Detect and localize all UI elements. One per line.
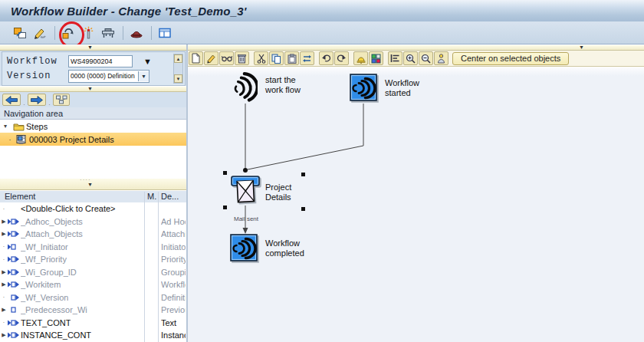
panel-divider[interactable] — [186, 44, 188, 342]
container-element-icon — [8, 243, 19, 251]
project-details-node[interactable] — [230, 174, 262, 206]
test-button[interactable] — [79, 24, 97, 42]
swap-button[interactable] — [300, 51, 314, 65]
element-row[interactable]: ▶_WorkitemWorkflo — [0, 278, 187, 291]
back-history-dropdown[interactable]: . — [21, 94, 27, 106]
zoom-in-button[interactable] — [403, 51, 418, 65]
splitter-handle-icon[interactable]: ▼ — [87, 44, 93, 51]
expand-arrow-icon[interactable]: ▶ — [0, 281, 8, 288]
expand-arrow-icon[interactable]: ▶ — [0, 332, 8, 338]
version-select[interactable]: 0000 (0000) Definition ▼ — [68, 70, 150, 83]
workbench-icon — [101, 26, 115, 40]
expand-arrow-icon[interactable]: ▶ — [0, 231, 8, 237]
expand-arrow-icon[interactable]: ▶ — [0, 219, 8, 225]
diagram-canvas[interactable]: start the work flow Workflow — [187, 67, 644, 342]
element-description: Initiato — [161, 242, 186, 252]
toolbar-separator — [123, 26, 123, 40]
element-description: Workflo — [161, 280, 186, 289]
find-person-button[interactable] — [434, 51, 449, 65]
collapse-icon[interactable]: ▾ — [0, 123, 11, 130]
legend-button[interactable] — [369, 51, 383, 65]
display-change-button[interactable] — [31, 24, 49, 42]
hat-icon — [130, 26, 143, 40]
column-header-m[interactable]: M. — [147, 191, 156, 202]
column-header-desc[interactable]: De... — [161, 191, 179, 202]
display-button[interactable] — [219, 51, 234, 65]
element-row[interactable]: ·TEXT_CONTText — [0, 317, 187, 330]
element-row[interactable]: ▶_Adhoc_ObjectsAd Hoc — [0, 215, 187, 229]
element-row[interactable]: ·<Double-Click to Create> — [0, 202, 187, 215]
workflow-builder-window: Workflow Builder - Change 'Test_Demo_3' — [0, 0, 644, 342]
element-name: _Wf_Version — [21, 293, 68, 302]
layout-button[interactable] — [156, 24, 174, 42]
workflow-completed-label[interactable]: Workflow completed — [265, 238, 304, 258]
selection-handle[interactable] — [301, 207, 305, 211]
expand-arrow-icon[interactable]: ▶ — [0, 269, 8, 275]
redo-icon — [337, 54, 347, 63]
element-row[interactable]: ▶_Attach_ObjectsAttachi — [0, 228, 187, 241]
expand-arrow-icon[interactable]: ▶ — [0, 307, 8, 313]
container-element-icon — [8, 294, 19, 301]
edit-button[interactable] — [204, 51, 219, 65]
element-row[interactable]: ▶_Predecessor_WiPreviou — [0, 304, 187, 317]
scroll-up-icon[interactable]: ▲ — [174, 54, 182, 63]
other-workflow-button[interactable] — [11, 24, 29, 42]
workflow-id-input[interactable] — [68, 55, 133, 67]
element-row[interactable]: ▶_Wi_Group_IDGroupin — [0, 266, 187, 279]
hat-button[interactable] — [127, 24, 146, 42]
element-row[interactable]: ·_Wf_InitiatorInitiato — [0, 241, 187, 254]
splitter-handle-icon[interactable]: ▼ — [579, 44, 584, 51]
workflow-started-node[interactable] — [350, 74, 379, 103]
tree-node-steps[interactable]: ▾ Steps — [0, 120, 187, 133]
chevron-down-icon[interactable]: ▼ — [138, 71, 149, 81]
activate-button[interactable] — [59, 24, 77, 42]
workflow-completed-node[interactable] — [230, 234, 259, 263]
redo-button[interactable] — [334, 51, 349, 65]
element-row[interactable]: ·_Wf_PriorityPriority — [0, 253, 187, 266]
workflow-started-label[interactable]: Workflow started — [385, 78, 419, 98]
start-event-label[interactable]: start the work flow — [265, 75, 301, 95]
tree-node-step-selected[interactable]: · 000003 Project Details — [0, 133, 187, 146]
center-on-selected-button[interactable]: Center on selected objects — [452, 52, 569, 65]
selection-handle[interactable] — [223, 206, 227, 209]
alarm-button[interactable] — [353, 51, 368, 65]
forward-button[interactable] — [28, 94, 46, 106]
column-header-element[interactable]: Element — [5, 191, 35, 202]
splitter-bar[interactable]: ▼ — [0, 86, 187, 92]
pencil-wrench-icon — [33, 26, 47, 40]
zoom-out-button[interactable] — [419, 51, 433, 65]
splitter-bar[interactable]: ▼ — [0, 44, 187, 51]
diagram-toolbar: Center on selected objects — [187, 51, 644, 67]
paste-button[interactable] — [284, 51, 299, 65]
project-details-label[interactable]: Project Details — [265, 183, 291, 202]
back-button[interactable] — [2, 94, 21, 106]
cut-button[interactable] — [254, 51, 268, 65]
scroll-down-icon[interactable]: ▼ — [174, 74, 182, 83]
copy-button[interactable] — [269, 51, 284, 65]
undo-button[interactable] — [319, 51, 334, 65]
align-button[interactable] — [388, 51, 402, 65]
delete-button[interactable] — [235, 51, 249, 65]
main-toolbar — [0, 21, 644, 44]
splitter-bar[interactable]: ▼ ···· — [0, 178, 187, 190]
forward-history-dropdown[interactable]: . — [47, 94, 52, 106]
selection-handle[interactable] — [301, 173, 305, 176]
start-event-node[interactable] — [232, 71, 258, 104]
container-element-icon — [8, 306, 19, 314]
outline-view-button[interactable] — [53, 94, 70, 106]
workflow-dropdown-icon[interactable]: ▼ — [143, 57, 152, 66]
splitter-handle-icon[interactable]: ▼ — [87, 86, 93, 92]
new-button[interactable] — [189, 51, 203, 65]
workflow-scrollbar[interactable]: ▲ ▼ — [173, 54, 183, 84]
copy-icon — [271, 54, 281, 64]
splitter-bar[interactable]: ▼ — [187, 44, 644, 51]
workbench-button[interactable] — [99, 24, 117, 42]
element-row[interactable]: ·_Wf_VersionDefiniti — [0, 291, 187, 304]
element-row[interactable]: ▶INSTANCE_CONTInstanc — [0, 329, 187, 342]
mail-sent-label[interactable]: Mail sent — [230, 215, 262, 222]
element-name: TEXT_CONT — [21, 318, 71, 327]
element-name: _Workitem — [21, 280, 61, 289]
navigation-tree: ▾ Steps · — [0, 120, 187, 178]
selection-handle[interactable] — [223, 171, 227, 175]
element-description: Groupin — [161, 268, 186, 277]
